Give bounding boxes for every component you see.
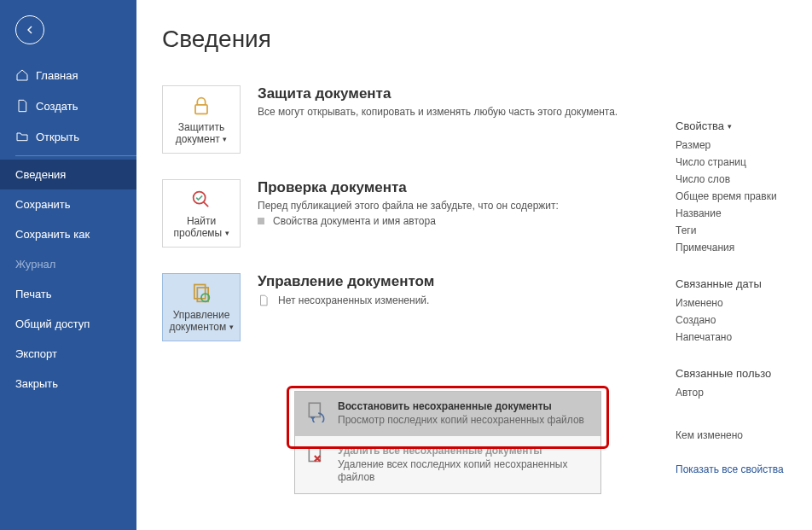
nav-label: Главная: [36, 69, 78, 82]
prop-modified: Изменено: [676, 297, 803, 309]
related-dates-heading: Связанные даты: [676, 277, 803, 290]
nav-label: Сохранить как: [15, 228, 90, 241]
nav-history: Журнал: [0, 249, 136, 279]
check-magnify-icon: [189, 188, 213, 212]
inspect-heading: Проверка документа: [258, 179, 676, 196]
nav-new[interactable]: Создать: [0, 90, 136, 121]
delete-title: Удалить все несохраненные документы: [338, 445, 590, 457]
prop-created: Создано: [676, 314, 803, 326]
related-people-heading: Связанные пользо: [676, 367, 803, 380]
manage-heading: Управление документом: [258, 273, 676, 290]
inspect-bullet: Свойства документа и имя автора: [258, 215, 676, 227]
protect-desc: Все могут открывать, копировать и изменя…: [258, 106, 676, 118]
folder-open-icon: [15, 130, 29, 143]
section-inspect: Найти проблемы ▾ Проверка документа Пере…: [162, 179, 676, 248]
chevron-down-icon: ▾: [225, 229, 229, 237]
prop-words: Число слов: [676, 173, 803, 185]
recover-title: Восстановить несохраненные документы: [338, 400, 584, 412]
nav-label: Создать: [36, 100, 78, 113]
nav-home[interactable]: Главная: [0, 60, 136, 90]
nav-open[interactable]: Открыть: [0, 121, 136, 152]
svg-rect-5: [309, 403, 320, 416]
nav-label: Сохранить: [15, 198, 71, 211]
manage-button-label: Управление документом: [169, 309, 229, 333]
nav-label: Журнал: [15, 258, 55, 271]
nav-label: Сведения: [15, 168, 66, 181]
nav-label: Общий доступ: [15, 317, 90, 330]
lock-icon: [189, 94, 213, 118]
inspect-desc: Перед публикацией этого файла не забудьт…: [258, 200, 676, 212]
prop-printed: Напечатано: [676, 331, 803, 343]
chevron-down-icon: ▾: [229, 323, 234, 331]
page-title: Сведения: [162, 26, 676, 53]
prop-tags: Теги: [676, 224, 803, 236]
inspect-button-label: Найти проблемы: [173, 215, 222, 239]
inspect-bullet-text: Свойства документа и имя автора: [273, 215, 436, 227]
protect-heading: Защита документа: [258, 85, 676, 102]
manage-document-dropdown: Восстановить несохраненные документы Про…: [294, 391, 601, 494]
backstage-sidebar: Главная Создать Открыть Сведения Сохрани…: [0, 0, 136, 530]
manage-row: Нет несохраненных изменений.: [258, 294, 676, 307]
chevron-down-icon: ▾: [728, 122, 732, 131]
svg-rect-2: [194, 284, 206, 298]
section-manage: Управление документом ▾ Управление докум…: [162, 273, 676, 341]
recover-icon: [305, 400, 328, 422]
prop-comments: Примечания: [676, 242, 803, 253]
properties-heading[interactable]: Свойства ▾: [676, 119, 803, 132]
properties-panel: Свойства ▾ Размер Число страниц Число сл…: [676, 26, 812, 530]
main-area: Сведения Защитить документ ▾ Защита доку…: [136, 0, 812, 530]
show-all-properties-link[interactable]: Показать все свойства: [676, 463, 803, 475]
prop-title: Название: [676, 207, 803, 219]
chevron-down-icon: ▾: [223, 135, 227, 143]
doc-icon: [258, 294, 270, 307]
nav-export[interactable]: Экспорт: [0, 339, 136, 369]
nav-print[interactable]: Печать: [0, 279, 136, 309]
manage-document-button[interactable]: Управление документом ▾: [162, 273, 241, 341]
nav-close[interactable]: Закрыть: [0, 369, 136, 399]
section-protect: Защитить документ ▾ Защита документа Все…: [162, 85, 676, 154]
nav-label: Экспорт: [15, 347, 57, 360]
recover-desc: Просмотр последних копий несохраненных ф…: [338, 414, 584, 428]
delete-unsaved-item[interactable]: Удалить все несохраненные документы Удал…: [295, 436, 600, 493]
nav-share[interactable]: Общий доступ: [0, 309, 136, 339]
manage-row-text: Нет несохраненных изменений.: [278, 294, 429, 306]
protect-button-label: Защитить документ: [176, 121, 224, 145]
recover-unsaved-item[interactable]: Восстановить несохраненные документы Про…: [295, 392, 600, 436]
bullet-icon: [258, 218, 264, 224]
new-doc-icon: [15, 99, 29, 113]
protect-document-button[interactable]: Защитить документ ▾: [162, 85, 241, 154]
document-stack-icon: [189, 282, 213, 306]
prop-edit-time: Общее время правки: [676, 190, 803, 202]
arrow-left-icon: [23, 23, 37, 37]
delete-docs-icon: [305, 445, 328, 467]
separator: [15, 155, 136, 156]
nav-save[interactable]: Сохранить: [0, 189, 136, 219]
delete-desc: Удаление всех последних копий несохранен…: [338, 458, 590, 485]
nav-label: Печать: [15, 288, 52, 300]
prop-last-modified-by: Кем изменено: [676, 429, 803, 441]
svg-rect-0: [195, 104, 207, 113]
nav-info[interactable]: Сведения: [0, 160, 136, 189]
nav-saveas[interactable]: Сохранить как: [0, 219, 136, 249]
back-button[interactable]: [15, 15, 44, 44]
inspect-document-button[interactable]: Найти проблемы ▾: [162, 179, 241, 248]
nav-label: Закрыть: [15, 377, 58, 390]
nav-label: Открыть: [36, 131, 79, 143]
prop-size: Размер: [676, 139, 803, 151]
prop-pages: Число страниц: [676, 156, 803, 168]
home-icon: [15, 68, 29, 82]
prop-author: Автор: [676, 387, 803, 399]
